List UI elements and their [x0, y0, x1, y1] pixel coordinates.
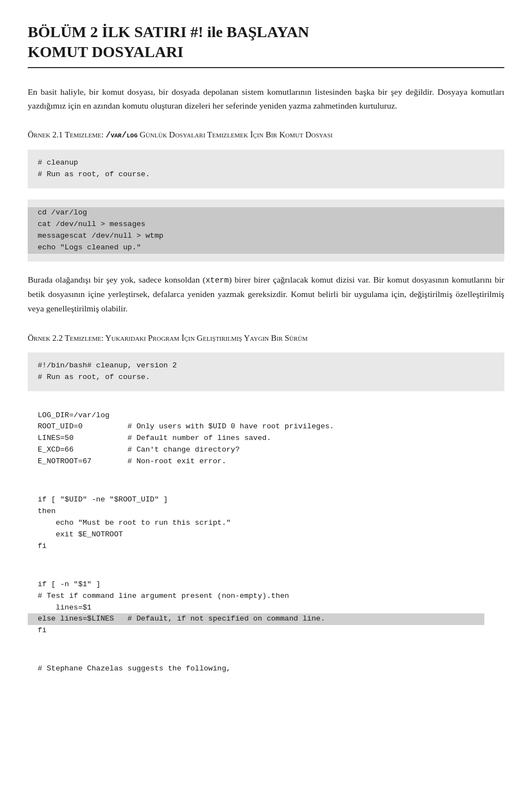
example2-code-if1: if [ "$UID" -ne "$ROOT_UID" ] then echo … [28, 486, 504, 560]
chapter-title: BÖLÜM 2 İLK SATIRI #! ile BAŞLAYAN KOMUT… [28, 22, 504, 63]
example2-code-if2: if [ -n "$1" ] # Test if command line ar… [28, 571, 504, 645]
example1-code-main: cd /var/logcat /dev/null > messagesmessa… [28, 199, 504, 262]
example2-code-vars: LOG_DIR=/var/log ROOT_UID=0 # Only users… [28, 402, 504, 476]
example1-heading: Örnek 2.1 Temizleme: /var/log Günlük Dos… [28, 129, 504, 142]
intro-paragraph: En basit haliyle, bir komut dosyası, bir… [28, 85, 504, 113]
example2-code-shebang: #!/bin/bash# cleanup, version 2 # Run as… [28, 352, 504, 391]
example1-code-comment: # cleanup # Run as root, of course. [28, 150, 504, 188]
example2-code-comment-end: # Stephane Chazelas suggests the followi… [28, 655, 504, 683]
chapter-divider [28, 67, 504, 68]
body-paragraph1: Burada olağandışı bir şey yok, sadece ko… [28, 273, 504, 315]
example2-heading: Örnek 2.2 Temizleme: Yukarıdaki Program … [28, 332, 504, 345]
